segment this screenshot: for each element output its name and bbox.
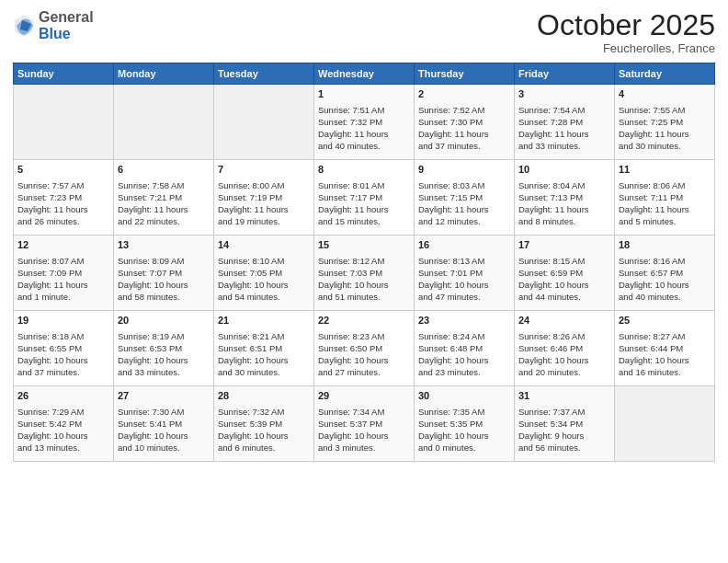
cell-content: 6Sunrise: 7:58 AMSunset: 7:21 PMDaylight… [118, 163, 210, 228]
logo-general: General [39, 9, 94, 26]
cell-line: and 10 minutes. [118, 442, 210, 454]
cell-content: 24Sunrise: 8:26 AMSunset: 6:46 PMDayligh… [518, 314, 610, 379]
calendar-cell: 20Sunrise: 8:19 AMSunset: 6:53 PMDayligh… [114, 311, 214, 386]
cell-line: Sunrise: 8:26 AM [518, 330, 610, 342]
cell-line: Sunset: 5:39 PM [218, 418, 310, 430]
cell-line: Daylight: 10 hours [318, 279, 410, 291]
calendar-cell: 30Sunrise: 7:35 AMSunset: 5:35 PMDayligh… [415, 386, 515, 462]
cell-line: Sunset: 5:41 PM [118, 418, 210, 430]
cell-line: and 23 minutes. [418, 366, 510, 378]
calendar-cell: 25Sunrise: 8:27 AMSunset: 6:44 PMDayligh… [615, 311, 715, 386]
cell-line: Sunrise: 8:03 AM [418, 179, 510, 191]
cell-line: Sunset: 6:57 PM [619, 267, 711, 279]
cell-line: Sunrise: 8:16 AM [619, 255, 711, 267]
day-number: 21 [218, 314, 310, 327]
cell-line: Daylight: 11 hours [518, 203, 610, 215]
cell-line: Daylight: 11 hours [619, 128, 711, 140]
day-number: 18 [619, 238, 711, 252]
calendar-container: General Blue October 2025 Feucherolles, … [0, 0, 728, 563]
cell-line: Daylight: 10 hours [118, 430, 210, 442]
cell-content: 19Sunrise: 8:18 AMSunset: 6:55 PMDayligh… [17, 314, 109, 379]
cell-line: Daylight: 11 hours [118, 203, 210, 215]
cell-line: and 3 minutes. [318, 442, 410, 454]
cell-line: and 40 minutes. [318, 140, 410, 152]
logo-icon [13, 13, 35, 39]
cell-line: Sunrise: 7:34 AM [318, 406, 410, 418]
cell-line: Sunrise: 7:29 AM [17, 406, 109, 418]
cell-line: and 44 minutes. [518, 291, 610, 303]
cell-line: and 16 minutes. [619, 366, 711, 378]
calendar-cell: 11Sunrise: 8:06 AMSunset: 7:11 PMDayligh… [615, 160, 715, 236]
cell-line: Sunset: 7:19 PM [218, 191, 310, 203]
weekday-header-saturday: Saturday [615, 63, 715, 85]
cell-line: Sunset: 7:13 PM [518, 191, 610, 203]
cell-line: Sunrise: 7:35 AM [418, 406, 510, 418]
cell-content: 9Sunrise: 8:03 AMSunset: 7:15 PMDaylight… [418, 163, 510, 228]
day-number: 13 [118, 238, 210, 252]
cell-line: Daylight: 10 hours [418, 430, 510, 442]
cell-line: Sunrise: 8:12 AM [318, 255, 410, 267]
calendar-cell: 2Sunrise: 7:52 AMSunset: 7:30 PMDaylight… [415, 85, 515, 160]
cell-line: and 15 minutes. [318, 215, 410, 227]
day-number: 31 [518, 389, 610, 403]
cell-content: 29Sunrise: 7:34 AMSunset: 5:37 PMDayligh… [318, 389, 410, 454]
cell-line: Daylight: 10 hours [118, 354, 210, 366]
cell-line: Sunset: 7:28 PM [518, 116, 610, 128]
title-block: October 2025 Feucherolles, France [537, 9, 715, 55]
calendar-cell: 28Sunrise: 7:32 AMSunset: 5:39 PMDayligh… [214, 386, 314, 462]
weekday-header-tuesday: Tuesday [214, 63, 314, 85]
cell-line: and 47 minutes. [418, 291, 510, 303]
day-number: 9 [418, 163, 510, 177]
cell-line: and 26 minutes. [17, 215, 109, 227]
day-number: 5 [17, 163, 109, 177]
cell-line: Sunset: 7:09 PM [17, 267, 109, 279]
cell-content: 25Sunrise: 8:27 AMSunset: 6:44 PMDayligh… [619, 314, 711, 379]
calendar-cell: 19Sunrise: 8:18 AMSunset: 6:55 PMDayligh… [14, 311, 114, 386]
calendar-cell: 7Sunrise: 8:00 AMSunset: 7:19 PMDaylight… [214, 160, 314, 236]
calendar-cell: 17Sunrise: 8:15 AMSunset: 6:59 PMDayligh… [515, 236, 615, 311]
cell-line: Daylight: 11 hours [318, 128, 410, 140]
cell-line: Daylight: 10 hours [518, 354, 610, 366]
cell-line: Sunrise: 8:15 AM [518, 255, 610, 267]
cell-content: 26Sunrise: 7:29 AMSunset: 5:42 PMDayligh… [17, 389, 109, 454]
cell-line: Sunrise: 8:21 AM [218, 330, 310, 342]
calendar-cell: 9Sunrise: 8:03 AMSunset: 7:15 PMDaylight… [415, 160, 515, 236]
cell-content: 13Sunrise: 8:09 AMSunset: 7:07 PMDayligh… [118, 238, 210, 304]
cell-line: Sunrise: 8:24 AM [418, 330, 510, 342]
cell-line: Sunset: 6:53 PM [118, 342, 210, 354]
cell-line: Daylight: 11 hours [218, 203, 310, 215]
cell-line: and 58 minutes. [118, 291, 210, 303]
day-number: 28 [218, 389, 310, 403]
cell-line: Daylight: 10 hours [17, 430, 109, 442]
cell-line: and 54 minutes. [218, 291, 310, 303]
cell-content: 20Sunrise: 8:19 AMSunset: 6:53 PMDayligh… [118, 314, 210, 379]
calendar-cell: 31Sunrise: 7:37 AMSunset: 5:34 PMDayligh… [515, 386, 615, 462]
day-number: 2 [418, 87, 510, 101]
day-number: 1 [318, 87, 410, 101]
day-number: 19 [17, 314, 109, 327]
calendar-cell: 18Sunrise: 8:16 AMSunset: 6:57 PMDayligh… [615, 236, 715, 311]
cell-line: and 6 minutes. [218, 442, 310, 454]
cell-line: Sunset: 5:42 PM [17, 418, 109, 430]
cell-line: Sunrise: 8:04 AM [518, 179, 610, 191]
day-number: 25 [619, 314, 711, 327]
cell-line: Daylight: 10 hours [619, 279, 711, 291]
cell-line: Sunrise: 7:54 AM [518, 104, 610, 116]
cell-line: Sunrise: 8:13 AM [418, 255, 510, 267]
logo-text: General Blue [39, 9, 94, 41]
cell-line: Sunrise: 7:52 AM [418, 104, 510, 116]
calendar-cell [114, 85, 214, 160]
day-number: 17 [518, 238, 610, 252]
cell-line: Daylight: 11 hours [418, 128, 510, 140]
cell-line: Sunrise: 7:57 AM [17, 179, 109, 191]
cell-line: Sunrise: 8:19 AM [118, 330, 210, 342]
cell-line: Sunset: 6:46 PM [518, 342, 610, 354]
cell-line: Daylight: 9 hours [518, 430, 610, 442]
calendar-cell: 22Sunrise: 8:23 AMSunset: 6:50 PMDayligh… [314, 311, 415, 386]
cell-content: 21Sunrise: 8:21 AMSunset: 6:51 PMDayligh… [218, 314, 310, 379]
month-title: October 2025 [537, 9, 715, 41]
cell-line: Sunset: 5:34 PM [518, 418, 610, 430]
cell-line: Daylight: 10 hours [318, 354, 410, 366]
cell-line: Sunset: 7:17 PM [318, 191, 410, 203]
cell-content: 18Sunrise: 8:16 AMSunset: 6:57 PMDayligh… [619, 238, 711, 304]
